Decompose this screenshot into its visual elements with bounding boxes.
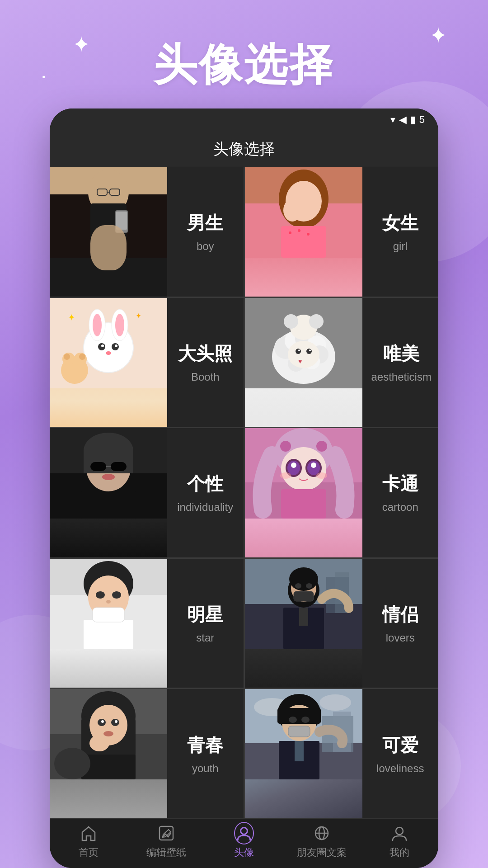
image-lovers [245, 559, 362, 688]
svg-point-111 [115, 720, 117, 723]
svg-point-47 [306, 349, 312, 354]
svg-point-22 [93, 314, 102, 336]
cell-text-booth: 大头照 Booth [167, 332, 244, 392]
grid-cell-individuality[interactable]: 个性 individuality [50, 428, 244, 557]
cell-title-zh-girl: 女生 [382, 211, 418, 236]
cell-title-zh-aestheticism: 唯美 [383, 341, 419, 366]
content-grid: 男生 boy [50, 167, 438, 818]
cell-title-zh-lovers: 情侣 [382, 602, 418, 627]
svg-point-23 [115, 314, 124, 336]
svg-point-107 [89, 735, 109, 751]
svg-point-98 [306, 583, 312, 589]
grid-cell-loveliness[interactable]: 可爱 loveliness [245, 689, 439, 818]
profile-icon [389, 823, 409, 843]
image-booth: ✦ ✦ [50, 298, 167, 427]
nav-item-moments[interactable]: 朋友圈文案 [283, 823, 361, 859]
nav-item-avatar[interactable]: 头像 [205, 823, 283, 859]
grid-cell-lovers[interactable]: 情侣 lovers [245, 559, 439, 688]
svg-rect-129 [295, 741, 304, 761]
cell-title-en-loveliness: loveliness [376, 762, 424, 775]
cell-text-lovers: 情侣 lovers [362, 593, 439, 653]
moments-icon [312, 823, 332, 843]
svg-point-85 [112, 591, 121, 599]
svg-point-68 [280, 441, 291, 452]
cell-text-girl: 女生 girl [362, 202, 439, 262]
svg-point-96 [289, 567, 318, 591]
cell-title-zh-star: 明星 [187, 602, 223, 627]
cell-text-individuality: 个性 individuality [167, 462, 244, 523]
svg-point-46 [296, 349, 301, 354]
sparkle-icon-2: ✦ [429, 23, 447, 48]
svg-point-48 [298, 349, 300, 351]
svg-rect-87 [84, 620, 133, 649]
svg-point-97 [295, 583, 301, 589]
sparkle-icon-1: ✦ [72, 32, 90, 57]
grid-cell-youth[interactable]: 青春 youth [50, 689, 244, 818]
cell-title-en-booth: Booth [191, 371, 220, 383]
cell-title-en-cartoon: cartoon [382, 501, 418, 514]
svg-point-35 [79, 354, 85, 360]
wifi-icon: ▾ [390, 114, 395, 126]
bottom-nav: 首页 编辑壁纸 头像 [50, 818, 438, 868]
image-youth [50, 689, 167, 818]
nav-label-home: 首页 [79, 846, 99, 859]
cell-title-zh-loveliness: 可爱 [382, 733, 418, 758]
nav-item-edit-wallpaper[interactable]: 编辑壁纸 [127, 823, 205, 859]
cell-title-zh-individuality: 个性 [187, 472, 223, 496]
cell-text-cartoon: 卡通 cartoon [362, 462, 439, 523]
grid-cell-booth[interactable]: ✦ ✦ 大头照 Booth [50, 298, 244, 427]
svg-rect-79 [281, 489, 326, 519]
cell-title-en-youth: youth [192, 762, 219, 775]
cell-text-boy: 男生 boy [167, 202, 244, 262]
nav-item-profile[interactable]: 我的 [361, 823, 438, 859]
svg-point-16 [298, 229, 300, 232]
image-cartoon [245, 428, 362, 557]
app-header: 头像选择 [50, 131, 438, 167]
cell-text-loveliness: 可爱 loveliness [362, 724, 439, 784]
svg-point-52 [284, 314, 298, 329]
svg-rect-124 [277, 708, 321, 724]
svg-text:✦: ✦ [136, 312, 141, 320]
svg-rect-62 [81, 491, 136, 519]
cell-text-star: 明星 star [167, 593, 244, 653]
svg-rect-101 [299, 608, 308, 626]
status-icons: ▾ ◀ ▮ 5 [390, 114, 425, 126]
svg-point-76 [311, 462, 316, 468]
svg-rect-14 [281, 226, 326, 258]
svg-rect-99 [294, 591, 314, 601]
svg-point-15 [289, 231, 291, 234]
cell-title-en-boy: boy [197, 240, 214, 253]
nav-label-moments: 朋友圈文案 [297, 846, 347, 859]
svg-rect-8 [116, 212, 127, 230]
cell-title-en-aestheticism: aestheticism [371, 371, 432, 383]
svg-text:♥: ♥ [298, 358, 302, 365]
grid-cell-boy[interactable]: 男生 boy [50, 167, 244, 297]
svg-point-27 [115, 344, 117, 347]
nav-item-home[interactable]: 首页 [50, 823, 127, 859]
grid-cell-aestheticism[interactable]: ♥ 唯美 aestheticism [245, 298, 439, 427]
svg-point-135 [396, 827, 403, 835]
cell-title-en-individuality: individuality [177, 501, 233, 514]
app-header-title: 头像选择 [213, 139, 275, 160]
battery-icon: ▮ [410, 114, 416, 126]
image-aestheticism: ♥ [245, 298, 362, 427]
status-bar: ▾ ◀ ▮ 5 [50, 108, 438, 131]
signal-icon: ◀ [399, 114, 407, 126]
nav-label-edit-wallpaper: 编辑壁纸 [146, 846, 186, 859]
svg-rect-60 [111, 462, 127, 471]
cell-title-zh-boy: 男生 [187, 211, 223, 236]
image-star [50, 559, 167, 688]
cell-title-zh-booth: 大头照 [178, 341, 232, 366]
svg-rect-127 [288, 726, 310, 737]
edit-wallpaper-icon [156, 823, 176, 843]
home-icon [79, 823, 99, 843]
svg-point-17 [307, 233, 310, 236]
svg-point-131 [241, 827, 248, 834]
svg-text:✦: ✦ [68, 312, 75, 322]
svg-point-75 [291, 462, 296, 468]
avatar-icon-circle [234, 822, 254, 844]
grid-cell-girl[interactable]: 女生 girl [245, 167, 439, 297]
grid-cell-star[interactable]: 明星 star [50, 559, 244, 688]
grid-cell-cartoon[interactable]: 卡通 cartoon [245, 428, 439, 557]
svg-point-125 [289, 717, 297, 723]
